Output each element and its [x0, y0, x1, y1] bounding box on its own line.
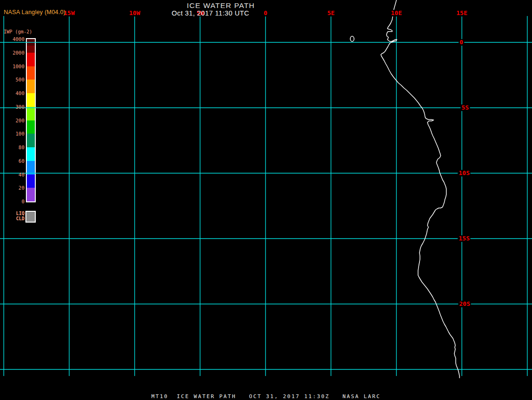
longitude-label: 10E: [390, 10, 402, 16]
longitude-label: 0: [263, 10, 268, 16]
colorbar-tick-label: 400: [0, 91, 24, 96]
colorbar-tick-label: 200: [0, 118, 24, 123]
colorbar-tick-label: 80: [0, 145, 24, 150]
colorbar-title: IWP (gm-2): [4, 29, 32, 34]
island-outline: [350, 36, 354, 41]
datetime-label: Oct 31, 2017 11:30 UTC: [172, 9, 250, 17]
colorbar-tick-label: 1000: [0, 64, 24, 69]
colorbar-tick-label: 500: [0, 77, 24, 82]
source-label: NASA Langley (M04.0): [4, 9, 65, 16]
iwp-satellite-product: NASA Langley (M04.0) ICE WATER PATH Oct …: [0, 0, 532, 400]
latitude-label: 5S: [460, 104, 470, 111]
page-title: ICE WATER PATH: [187, 1, 255, 10]
colorbar-tick-label: 40: [0, 172, 24, 177]
longitude-label: 10W: [129, 10, 140, 16]
colorbar-tick-label: 4000: [0, 37, 24, 42]
colorbar-tick-label: 0: [0, 199, 24, 204]
liq-label: LIQ: [0, 211, 24, 216]
latitude-label: 15S: [458, 235, 470, 242]
colorbar-tick-label: 2000: [0, 50, 24, 55]
longitude-label: 5E: [327, 10, 335, 16]
latitude-label: 10S: [458, 170, 470, 176]
longitude-label: 15E: [456, 10, 468, 16]
latitude-label: 0: [459, 39, 464, 46]
map-canvas: [0, 0, 532, 400]
colorbar-tick-label: 100: [0, 131, 24, 136]
coastline: [381, 0, 459, 378]
footer-caption: MT10 ICE WATER PATH OCT 31, 2017 11:30Z …: [0, 393, 532, 400]
colorbar-tick-label: 20: [0, 185, 24, 191]
colorbar-tick-label: 60: [0, 158, 24, 163]
colorbar-tick-label: 300: [0, 104, 24, 109]
cld-label: CLD: [0, 216, 24, 221]
latitude-label: 20S: [458, 301, 471, 307]
